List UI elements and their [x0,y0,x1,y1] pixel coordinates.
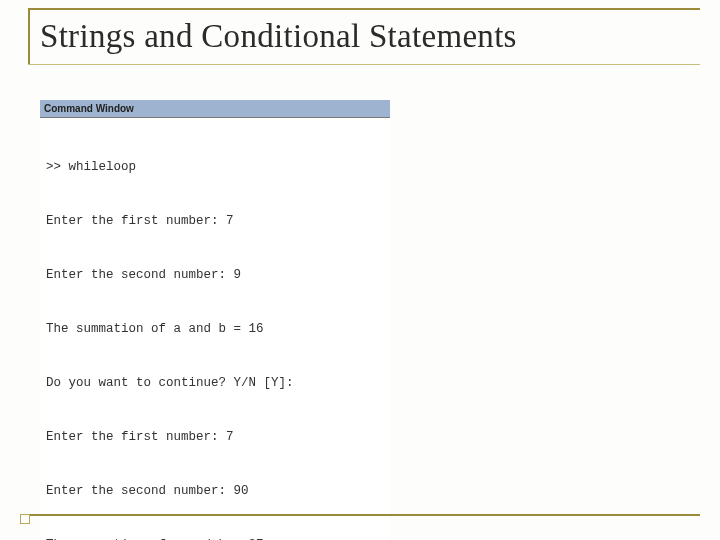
terminal-line: Do you want to continue? Y/N [Y]: [46,374,384,392]
content-area: Command Window >> whileloop Enter the fi… [40,100,390,540]
terminal-line: Enter the first number: 7 [46,428,384,446]
slide-frame: Strings and Conditional Statements Comma… [28,8,700,516]
terminal-line: Enter the second number: 90 [46,482,384,500]
left-rule [28,10,30,64]
page-title: Strings and Conditional Statements [28,10,700,61]
terminal-line: >> whileloop [46,158,384,176]
corner-decor-icon [20,514,30,524]
terminal-line: The summation of a and b = 97 [46,536,384,540]
bottom-rule [28,514,700,516]
terminal-line: Enter the second number: 9 [46,266,384,284]
terminal-line: Enter the first number: 7 [46,212,384,230]
title-underline [28,64,700,65]
command-window-titlebar: Command Window [40,100,390,118]
command-window-body: >> whileloop Enter the first number: 7 E… [40,118,390,540]
terminal-line: The summation of a and b = 16 [46,320,384,338]
